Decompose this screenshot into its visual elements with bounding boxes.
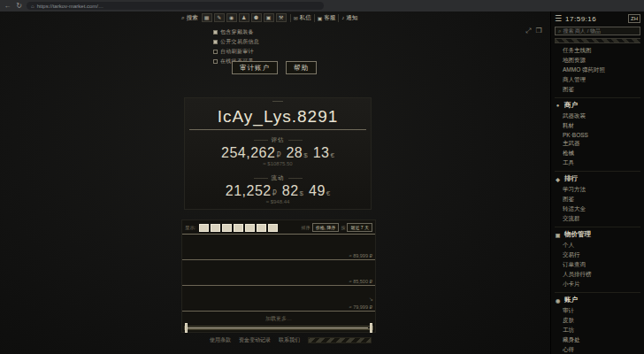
amount: 254,262 [221, 145, 275, 160]
range-select[interactable]: 最近 7 天 [347, 223, 372, 232]
stat-label: 评估 [254, 136, 303, 144]
sidebar-item[interactable]: 枪械 [555, 149, 640, 158]
checkbox[interactable] [213, 59, 218, 64]
sidebar-item[interactable]: 图鉴 [555, 85, 640, 95]
url-text: https://tarkov-market.com/… [37, 4, 104, 9]
resize-icon[interactable]: ↘ [369, 296, 373, 302]
stat-label: 流动 [254, 174, 303, 182]
footer-link[interactable]: 使用条款 [210, 336, 231, 344]
checkbox[interactable] [213, 30, 218, 35]
sidebar-item[interactable]: 地图资源 [555, 56, 640, 65]
camera-icon[interactable]: ⚈ [251, 13, 262, 22]
search-icon: ⌕ [181, 14, 185, 21]
sidebar-item[interactable]: 耗材 [555, 121, 640, 131]
address-bar[interactable]: ⌂ https://tarkov-market.com/… [27, 2, 324, 10]
pen-icon[interactable]: ✎ [214, 13, 225, 22]
listing-row[interactable]: ≈ 89,999 ₽ [182, 235, 375, 260]
panel-controls: 排序 价格, 降序 按 最近 7 天 [302, 223, 372, 232]
sidebar-item[interactable]: 工具 [555, 158, 640, 168]
category-tabs [199, 224, 278, 232]
sidebar-item[interactable]: 工坊 [555, 326, 640, 335]
sidebar-item[interactable]: 主武器 [555, 139, 640, 149]
help-button[interactable]: 帮助 [286, 61, 317, 74]
checkbox[interactable] [213, 40, 218, 44]
category-tab-2[interactable] [211, 224, 220, 232]
image-icon[interactable]: ▦ [202, 13, 212, 22]
sidebar-item[interactable]: 学习方法 [555, 185, 640, 195]
slider-handle-right[interactable] [370, 323, 372, 333]
sidebar-item[interactable]: 商人管理 [555, 75, 640, 85]
footer-link[interactable]: 联系我们 [279, 336, 300, 344]
checkbox-label: 包含穿戴装备 [220, 28, 254, 36]
checkbox[interactable] [213, 50, 218, 54]
section-icon: ▣ [555, 232, 561, 238]
listing-row[interactable]: ≈ 85,500 ₽ [182, 260, 375, 286]
back-icon[interactable]: ← [4, 0, 12, 12]
sidebar-item[interactable]: 藏身处 [555, 335, 640, 345]
sidebar-item[interactable]: 交流群 [555, 214, 640, 224]
sidebar-search-input[interactable] [563, 28, 637, 34]
checkbox-option: 公开交易所信息 [213, 38, 259, 46]
expand-icon[interactable]: ⤢ [525, 27, 531, 35]
overlay-icon[interactable]: ❒ [535, 27, 541, 35]
category-tab-1[interactable] [199, 224, 209, 232]
sidebar-item[interactable]: 武器改装 [555, 112, 640, 121]
sidebar-item[interactable]: 人员排行榜 [555, 270, 640, 280]
button-icon: ♪ [341, 15, 344, 20]
sidebar-item[interactable]: 订单查询 [555, 260, 640, 270]
corner-icons: ⤢ ❒ [525, 27, 542, 35]
category-tab-5[interactable] [245, 224, 255, 232]
sidebar-item[interactable]: 转运大全 [555, 204, 640, 214]
currency-value: 13€ [313, 145, 334, 161]
sidebar-item[interactable]: PK·BOSS [555, 131, 640, 139]
checkbox-label: 自动刷新审计 [220, 48, 254, 56]
footer-link[interactable]: 资金变动记录 [239, 336, 271, 344]
slider-track [185, 328, 372, 329]
stat-block: 流动 21,252₽ 82$ 49€ ≈ $948.44 [226, 174, 331, 204]
currency-icon: € [326, 189, 330, 197]
amount: 82 [282, 183, 299, 198]
reload-icon[interactable]: ↻ [15, 0, 23, 12]
search-control[interactable]: ⌕ 搜索 [181, 14, 198, 22]
language-button[interactable]: ZH [628, 14, 640, 23]
audit-account-button[interactable]: 审计账户 [232, 61, 278, 74]
panel-button[interactable]: ▣ 客服 [314, 14, 339, 22]
hamburger-icon[interactable]: ☰ [555, 14, 562, 23]
load-more[interactable]: 加载更多… [182, 315, 375, 323]
range-label: 按 [341, 225, 345, 230]
category-tab-7[interactable] [268, 224, 278, 232]
category-tab-4[interactable] [234, 224, 243, 232]
sidebar-item[interactable]: 小卡片 [555, 280, 640, 289]
sidebar-item[interactable]: AMMO 弹药对照 [555, 65, 640, 75]
section-title: 商户 [564, 101, 578, 110]
sidebar-search[interactable]: ⌕ [555, 27, 640, 35]
user-icon[interactable]: ♟ [239, 13, 249, 22]
sidebar-item[interactable]: 皮肤 [555, 316, 640, 326]
target-icon[interactable]: ◉ [226, 13, 237, 22]
button-label: 通知 [346, 14, 357, 22]
message-button[interactable]: ✉ 私信 [290, 14, 314, 22]
notify-button[interactable]: ♪ 通知 [338, 14, 360, 22]
sidebar-section-header[interactable]: ◉ 账户 [555, 295, 640, 306]
sidebar: ☰ 17:59:16 ZH ⌕ 任务主线图 地图资源 AMMO 弹药对照 商人管… [550, 12, 644, 354]
action-buttons: 审计账户 帮助 [232, 61, 317, 74]
audit-options: 包含穿戴装备 公开交易所信息 自动刷新审计 在线状态可见 [213, 28, 259, 65]
shield-icon[interactable]: ▣ [264, 13, 274, 22]
listing-row[interactable]: ≈ 79,999 ₽ [182, 286, 375, 312]
slider-handle-left[interactable] [185, 323, 188, 333]
sidebar-section-header[interactable]: ▣ 物价管理 [555, 229, 640, 241]
sidebar-item[interactable]: 图鉴 [555, 195, 640, 204]
sidebar-item[interactable]: 审计 [555, 306, 640, 316]
sidebar-item[interactable]: 心得 [555, 345, 640, 354]
sidebar-item[interactable]: 交易行 [555, 250, 640, 260]
sort-select[interactable]: 价格, 降序 [312, 223, 340, 232]
category-tab-6[interactable] [257, 224, 266, 232]
sidebar-section-items: 武器改装 耗材 PK·BOSS 主武器 枪械 工具 [555, 112, 640, 168]
sidebar-item[interactable]: 个人 [555, 241, 640, 250]
sidebar-section-header[interactable]: ● 商户 [555, 100, 640, 112]
sidebar-section-header[interactable]: ◆ 排行 [555, 173, 640, 185]
category-tab-3[interactable] [222, 224, 232, 232]
currency-icon: $ [300, 189, 303, 197]
sidebar-item[interactable]: 任务主线图 [555, 46, 640, 56]
wrench-icon[interactable]: ⚒ [276, 13, 287, 22]
